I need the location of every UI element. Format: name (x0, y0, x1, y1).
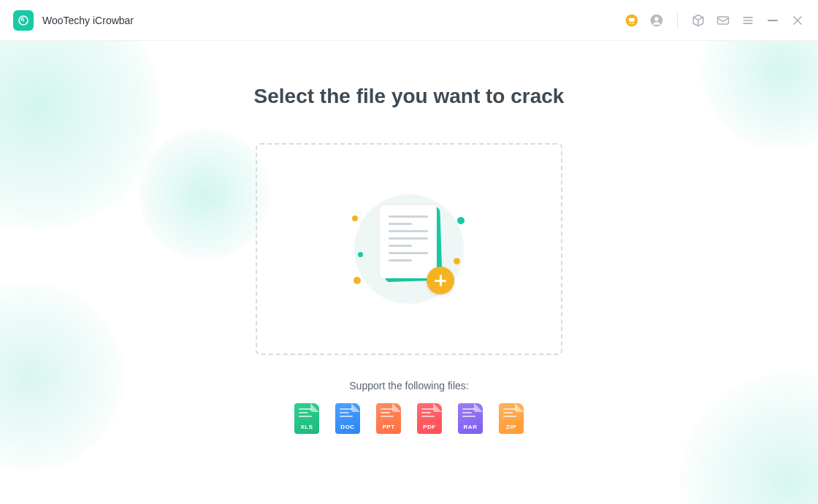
dropzone-illustration (351, 191, 467, 308)
file-type-label: PPT (382, 424, 394, 430)
menu-icon[interactable] (741, 13, 755, 28)
svg-rect-7 (718, 17, 729, 24)
svg-point-4 (632, 23, 634, 24)
file-type-xls-icon: XLS (294, 403, 319, 434)
file-type-label: ZIP (506, 424, 516, 430)
supported-file-icons: XLSDOCPPTPDFRARZIP (294, 403, 524, 434)
mail-icon[interactable] (716, 13, 730, 28)
close-icon[interactable] (790, 13, 805, 28)
file-type-label: DOC (340, 424, 354, 430)
titlebar-separator (677, 12, 678, 28)
minimize-icon[interactable] (765, 13, 780, 28)
file-type-label: RAR (464, 424, 478, 430)
titlebar-actions (624, 12, 805, 28)
file-type-zip-icon: ZIP (499, 403, 524, 434)
user-icon[interactable] (649, 13, 664, 28)
titlebar: WooTechy iCrowbar (0, 0, 818, 41)
svg-point-6 (654, 17, 658, 20)
file-type-label: PDF (423, 424, 436, 430)
file-type-pdf-icon: PDF (417, 403, 442, 434)
file-type-doc-icon: DOC (335, 403, 360, 434)
app-logo (13, 10, 34, 31)
page-heading: Select the file you want to crack (254, 85, 565, 108)
file-dropzone[interactable] (256, 143, 562, 355)
add-file-icon (427, 267, 454, 294)
supported-files-label: Support the following files: (349, 380, 468, 392)
box-icon[interactable] (691, 13, 706, 28)
svg-point-1 (23, 19, 24, 20)
svg-point-3 (630, 23, 631, 24)
main-area: Select the file you want to crack (0, 41, 818, 504)
file-type-rar-icon: RAR (458, 403, 483, 434)
file-type-ppt-icon: PPT (376, 403, 401, 434)
supported-files-section: Support the following files: XLSDOCPPTPD… (294, 380, 524, 434)
cart-icon[interactable] (624, 13, 639, 28)
file-type-label: XLS (300, 424, 313, 430)
app-title: WooTechy iCrowbar (42, 15, 134, 26)
